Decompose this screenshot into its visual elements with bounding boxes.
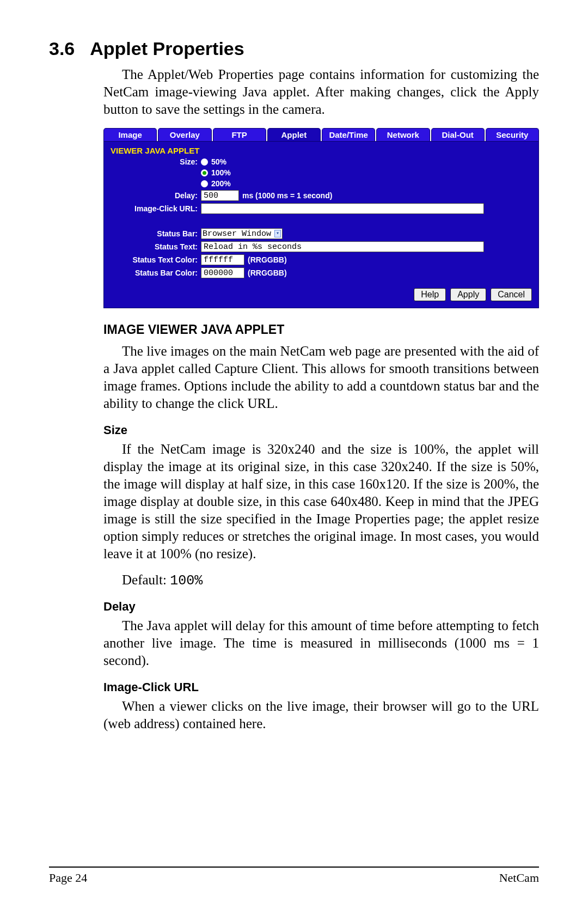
- para-imgclick: When a viewer clicks on the live image, …: [49, 698, 539, 733]
- radio-size-200[interactable]: [201, 180, 208, 187]
- button-row: Help Apply Cancel: [111, 288, 532, 301]
- tab-ftp[interactable]: FTP: [213, 128, 266, 141]
- para-image-viewer: The live images on the main NetCam web p…: [49, 343, 539, 412]
- row-size-200: 200%: [111, 179, 532, 188]
- tab-image[interactable]: Image: [103, 128, 157, 141]
- radio-size-50[interactable]: [201, 158, 208, 166]
- row-status-text: Status Text: Reload in %s seconds: [111, 241, 532, 252]
- default-size-value: 100%: [170, 573, 203, 589]
- row-size-50: Size: 50%: [111, 157, 532, 166]
- row-status-bar-color: Status Bar Color: 000000 (RRGGBB): [111, 267, 532, 278]
- status-bar-select[interactable]: Browser Window ▾: [201, 228, 283, 239]
- label-size: Size:: [111, 157, 201, 166]
- radio-label-200: 200%: [211, 179, 231, 188]
- label-delay: Delay:: [111, 191, 201, 200]
- heading-image-viewer: IMAGE VIEWER JAVA APPLET: [49, 322, 539, 337]
- label-status-bar-color: Status Bar Color:: [111, 269, 201, 277]
- tab-applet[interactable]: Applet: [267, 128, 321, 141]
- cancel-button[interactable]: Cancel: [491, 288, 532, 301]
- applet-panel: VIEWER JAVA APPLET Size: 50% 100% 200% D…: [103, 141, 539, 308]
- row-status-bar: Status Bar: Browser Window ▾: [111, 228, 532, 239]
- heading-imgclick: Image-Click URL: [49, 680, 539, 694]
- section-title: 3.6Applet Properties: [49, 38, 539, 59]
- tab-datetime[interactable]: Date/Time: [322, 128, 375, 141]
- radio-size-100[interactable]: [201, 169, 208, 176]
- section-number: 3.6: [49, 38, 75, 59]
- footer-left: Page 24: [49, 871, 87, 885]
- page-footer: Page 24 NetCam: [49, 867, 539, 885]
- radio-label-50: 50%: [211, 157, 226, 166]
- chevron-down-icon: ▾: [274, 230, 281, 237]
- image-click-input[interactable]: [201, 203, 484, 214]
- delay-hint: ms (1000 ms = 1 second): [242, 191, 332, 200]
- label-status-text: Status Text:: [111, 242, 201, 251]
- help-button[interactable]: Help: [414, 288, 446, 301]
- para-delay: The Java applet will delay for this amou…: [49, 617, 539, 669]
- tab-network[interactable]: Network: [376, 128, 430, 141]
- status-text-input[interactable]: Reload in %s seconds: [201, 241, 484, 252]
- status-bar-value: Browser Window: [203, 229, 271, 239]
- hint-rrggbb-2: (RRGGBB): [248, 269, 287, 277]
- heading-size: Size: [49, 423, 539, 437]
- label-image-click: Image-Click URL:: [111, 204, 201, 213]
- heading-delay: Delay: [49, 600, 539, 614]
- default-label: Default:: [122, 572, 167, 587]
- status-text-color-input[interactable]: ffffff: [201, 254, 244, 265]
- default-size-line: Default: 100%: [49, 572, 539, 589]
- tab-row: Image Overlay FTP Applet Date/Time Netwo…: [103, 128, 539, 141]
- radio-label-100: 100%: [211, 168, 231, 177]
- row-status-text-color: Status Text Color: ffffff (RRGGBB): [111, 254, 532, 265]
- row-delay: Delay: 500 ms (1000 ms = 1 second): [111, 190, 532, 201]
- tab-overlay[interactable]: Overlay: [158, 128, 211, 141]
- hint-rrggbb-1: (RRGGBB): [248, 255, 287, 264]
- section-heading-text: Applet Properties: [90, 38, 244, 59]
- footer-right: NetCam: [499, 871, 539, 885]
- delay-input[interactable]: 500: [201, 190, 239, 201]
- row-image-click: Image-Click URL:: [111, 203, 532, 214]
- tab-security[interactable]: Security: [486, 128, 539, 141]
- status-bar-color-input[interactable]: 000000: [201, 267, 244, 278]
- label-status-text-color: Status Text Color:: [111, 255, 201, 264]
- label-status-bar: Status Bar:: [111, 229, 201, 238]
- row-size-100: 100%: [111, 168, 532, 177]
- intro-paragraph: The Applet/Web Properties page contains …: [49, 66, 539, 118]
- apply-button[interactable]: Apply: [450, 288, 486, 301]
- applet-screenshot: Image Overlay FTP Applet Date/Time Netwo…: [49, 128, 539, 308]
- tab-dialout[interactable]: Dial-Out: [431, 128, 485, 141]
- para-size: If the NetCam image is 320x240 and the s…: [49, 441, 539, 563]
- panel-title: VIEWER JAVA APPLET: [111, 146, 532, 155]
